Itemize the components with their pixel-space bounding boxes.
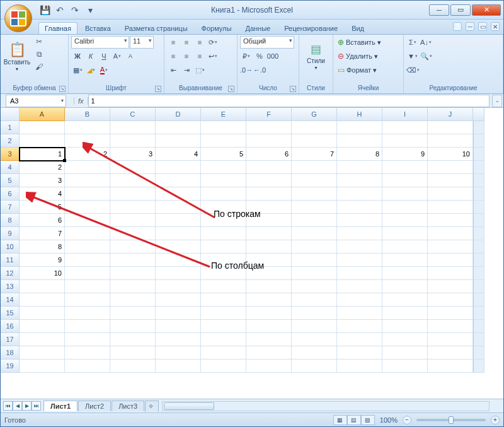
cell-A11[interactable]: 9: [20, 254, 65, 267]
cell-F1[interactable]: [246, 121, 292, 134]
row-header-12[interactable]: 12: [1, 267, 20, 280]
border-button[interactable]: ▦: [71, 64, 84, 76]
col-header-F[interactable]: F: [246, 108, 292, 121]
cell-F5[interactable]: [246, 174, 292, 187]
formula-input[interactable]: 1: [88, 95, 490, 107]
cell-G15[interactable]: [292, 307, 337, 320]
cell-C2[interactable]: [110, 134, 156, 148]
cell-H7[interactable]: [337, 201, 382, 214]
formula-bar-expand[interactable]: ⌄: [492, 95, 502, 107]
sheet-nav-next[interactable]: ▶: [22, 401, 32, 411]
cell-D14[interactable]: [156, 293, 201, 307]
row-header-8[interactable]: 8: [1, 214, 20, 227]
cell-I3[interactable]: 9: [382, 148, 428, 161]
align-right-button[interactable]: ≡: [193, 50, 206, 62]
cell-I4[interactable]: [382, 161, 428, 174]
cell-F14[interactable]: [246, 293, 292, 307]
cell-F15[interactable]: [246, 307, 292, 320]
clipboard-dialog-launcher[interactable]: ↘: [59, 86, 66, 92]
cell-H13[interactable]: [337, 280, 382, 293]
fill-button[interactable]: ▼: [406, 50, 419, 62]
cell-A18[interactable]: [20, 346, 65, 360]
cell-G10[interactable]: [292, 240, 337, 254]
cell-D18[interactable]: [156, 346, 201, 360]
format-painter-button[interactable]: 🖌: [33, 61, 45, 73]
cell-G18[interactable]: [292, 346, 337, 360]
orientation-button[interactable]: ⟳: [207, 36, 219, 49]
cell-C11[interactable]: [110, 254, 156, 267]
cell-G6[interactable]: [292, 187, 337, 201]
cell-J17[interactable]: [428, 333, 473, 346]
cell-B19[interactable]: [65, 360, 110, 373]
cell-E5[interactable]: [201, 174, 246, 187]
align-middle-button[interactable]: ≡: [180, 36, 193, 49]
cell-J2[interactable]: [428, 134, 473, 148]
clear-button[interactable]: ⌫: [406, 64, 419, 76]
cell-B2[interactable]: [65, 134, 110, 148]
cell-A7[interactable]: 5: [20, 201, 65, 214]
cell-I12[interactable]: [382, 267, 428, 280]
styles-button[interactable]: ▤ Стили ▼: [302, 36, 330, 78]
cell-H14[interactable]: [337, 293, 382, 307]
cell-F17[interactable]: [246, 333, 292, 346]
doc-minimize-button[interactable]: ─: [466, 22, 474, 31]
cell-G4[interactable]: [292, 161, 337, 174]
view-page-break-button[interactable]: ▧: [361, 415, 375, 425]
row-header-7[interactable]: 7: [1, 201, 20, 214]
autosum-button[interactable]: Σ: [406, 36, 419, 49]
cell-G14[interactable]: [292, 293, 337, 307]
cell-G19[interactable]: [292, 360, 337, 373]
cell-C1[interactable]: [110, 121, 156, 134]
cell-I14[interactable]: [382, 293, 428, 307]
cell-F10[interactable]: [246, 240, 292, 254]
cell-C3[interactable]: 3: [110, 148, 156, 161]
cell-A1[interactable]: [20, 121, 65, 134]
increase-indent-button[interactable]: ⇥: [180, 64, 193, 76]
row-header-9[interactable]: 9: [1, 227, 20, 240]
cell-H16[interactable]: [337, 320, 382, 333]
doc-restore-button[interactable]: ▭: [478, 22, 487, 31]
select-all-corner[interactable]: [1, 108, 20, 121]
undo-button[interactable]: ↶: [54, 4, 66, 16]
cell-C10[interactable]: [110, 240, 156, 254]
cell-D13[interactable]: [156, 280, 201, 293]
cell-G8[interactable]: [292, 214, 337, 227]
cell-J16[interactable]: [428, 320, 473, 333]
sheet-nav-prev[interactable]: ◀: [13, 401, 22, 411]
cell-A10[interactable]: 8: [20, 240, 65, 254]
cell-E9[interactable]: [201, 227, 246, 240]
cell-J14[interactable]: [428, 293, 473, 307]
row-header-18[interactable]: 18: [1, 346, 20, 360]
col-header-H[interactable]: H: [337, 108, 382, 121]
cell-F8[interactable]: [246, 214, 292, 227]
cell-H18[interactable]: [337, 346, 382, 360]
number-format-combo[interactable]: Общий: [240, 36, 294, 49]
shrink-font-button[interactable]: A: [124, 50, 137, 62]
cells-format-button[interactable]: ▭Формат ▾: [336, 64, 379, 76]
redo-button[interactable]: ↷: [69, 4, 81, 16]
col-header-B[interactable]: B: [65, 108, 110, 121]
copy-button[interactable]: ⧉: [33, 49, 45, 60]
cell-B17[interactable]: [65, 333, 110, 346]
paste-button[interactable]: 📋 Вставить ▼: [3, 36, 31, 78]
cell-A5[interactable]: 3: [20, 174, 65, 187]
fx-button[interactable]: fx: [74, 97, 88, 105]
view-page-layout-button[interactable]: ▤: [347, 415, 361, 425]
cell-D10[interactable]: [156, 240, 201, 254]
cell-F4[interactable]: [246, 161, 292, 174]
cells-delete-button[interactable]: ⊖Удалить ▾: [336, 50, 380, 62]
cell-H17[interactable]: [337, 333, 382, 346]
align-center-button[interactable]: ≡: [180, 50, 193, 62]
cell-F11[interactable]: [246, 254, 292, 267]
cell-D11[interactable]: [156, 254, 201, 267]
cell-A2[interactable]: [20, 134, 65, 148]
cell-J11[interactable]: [428, 254, 473, 267]
cell-E12[interactable]: [201, 267, 246, 280]
tab-home[interactable]: Главная: [38, 22, 77, 34]
cell-E14[interactable]: [201, 293, 246, 307]
cell-J12[interactable]: [428, 267, 473, 280]
row-header-5[interactable]: 5: [1, 174, 20, 187]
cell-A13[interactable]: [20, 280, 65, 293]
cell-J15[interactable]: [428, 307, 473, 320]
cell-H8[interactable]: [337, 214, 382, 227]
